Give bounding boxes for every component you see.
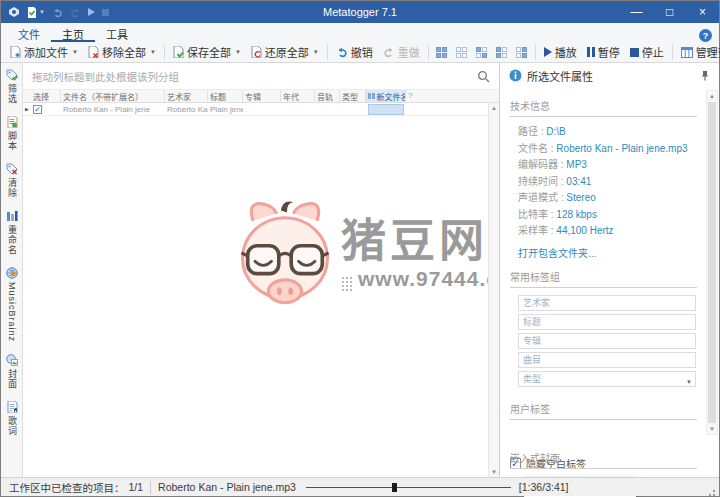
help-icon[interactable]: ? [699,29,712,42]
qat-save-button[interactable]: ▼ [27,7,45,18]
slider-thumb[interactable] [392,483,397,492]
column-header-newname[interactable]: 新文件名 [366,90,406,102]
column-header-unknown[interactable]: ? [406,90,420,102]
sidebar-item-musicbrainz[interactable]: MusicBrainz [6,267,18,342]
qat-play-icon[interactable] [88,8,95,16]
lyrics-doc-icon [6,401,18,413]
tech-info-filename: 文件名 : Roberto Kan - Plain jene.mp3 [510,141,697,158]
resize-grip[interactable] [713,490,715,492]
cell-title[interactable]: Plain jene [208,103,243,115]
genre-field[interactable] [518,371,696,387]
watermark-dots [341,276,352,291]
cell-artist[interactable]: Roberto Kan [165,103,208,115]
qat-redo-icon[interactable] [70,7,81,18]
columns-table-icon [681,47,693,58]
layout-preset-1-button[interactable] [436,47,447,58]
info-icon [509,69,522,82]
remove-file-icon [88,46,99,58]
minimize-button[interactable]: — [620,1,653,23]
panel-vertical-scrollbar[interactable]: ▲ ▼ [706,90,718,435]
cell-newname-selected[interactable] [368,104,404,115]
group-by-panel[interactable]: 拖动列标题到此处根据该列分组 [23,63,499,90]
pause-icon [587,47,595,57]
maximize-button[interactable]: □ [653,1,686,23]
tech-info-path: 路径 : D:\B [510,124,697,141]
chevron-down-icon: ▼ [313,49,319,55]
play-button[interactable]: 播放 [539,43,582,61]
column-header-title[interactable]: 标题 [208,90,243,102]
layout-preset-3-button[interactable] [476,47,487,58]
statusbar-separator [150,481,151,494]
chevron-down-icon: ▼ [72,49,78,55]
column-header-album[interactable]: 专辑 [243,90,281,102]
column-header-genre[interactable]: 类型 [340,90,366,102]
undo-button[interactable]: 撤销 [331,43,378,61]
cell-track[interactable] [315,103,340,115]
genre-combo[interactable]: ▼ [518,371,696,387]
add-files-button[interactable]: 添加文件 ▼ [5,43,83,61]
tab-home[interactable]: 主页 [51,23,95,42]
redo-button[interactable]: 重做 [378,43,425,61]
app-logo-icon [8,6,20,18]
sidebar-item-covers[interactable]: 封面 [6,354,18,389]
open-containing-folder-link[interactable]: 打开包含文件夹... [510,245,596,260]
scroll-up-icon[interactable]: ▲ [491,105,497,111]
scroll-down-icon[interactable]: ▼ [709,426,715,432]
cell-year[interactable] [281,103,315,115]
qat-stop-icon[interactable] [102,9,109,16]
cover-art-icon [6,354,18,366]
filter-tag-icon [6,69,18,81]
column-header-track[interactable]: 音轨 [315,90,340,102]
column-header-year[interactable]: 年代 [281,90,315,102]
save-all-button[interactable]: 保存全部 ▼ [168,43,246,61]
discard-tag-icon [6,163,18,175]
tech-info-samplerate: 采样率 : 44,100 Hertz [510,223,697,240]
restore-all-button[interactable]: 还原全部 ▼ [246,43,324,61]
grid-vertical-scrollbar[interactable]: ▲ ▼ [488,103,499,477]
remove-all-button[interactable]: 移除全部 ▼ [83,43,161,61]
column-header-select[interactable]: 选择 [31,90,61,102]
stop-button[interactable]: 停止 [625,43,669,61]
title-field[interactable] [518,314,696,330]
chevron-down-icon: ▼ [39,9,45,15]
playback-position-slider[interactable] [306,483,511,492]
status-bar: 工作区中已检查的项目： 1/1 Roberto Kan - Plain jene… [1,477,719,496]
column-header-artist[interactable]: 艺术家 [165,90,208,102]
sidebar-item-lyrics[interactable]: 歌词 [6,401,18,436]
scroll-up-icon[interactable]: ▲ [709,93,715,99]
stop-icon [630,48,639,57]
sidebar-item-filter[interactable]: 筛选 [6,69,18,104]
sidebar-item-script[interactable]: 脚本 [6,116,18,151]
title-bar: ▼ Metatogger 7.1 — □ × [1,1,719,23]
cell-album[interactable] [243,103,281,115]
close-button[interactable]: × [686,1,719,23]
table-row[interactable]: ▶ ✓ Roberto Kan - Plain jene Roberto Kan… [23,103,499,116]
artist-field[interactable] [518,295,696,311]
pause-button[interactable]: 暂停 [582,43,625,61]
cell-filename[interactable]: Roberto Kan - Plain jene [61,103,165,115]
album-field[interactable] [518,333,696,349]
pin-icon[interactable] [700,70,710,81]
sidebar-item-discard[interactable]: 清除 [6,163,18,198]
pig-mascot-logo [239,196,331,312]
layout-preset-4-button[interactable] [496,47,507,58]
section-user-tags: 用户标签 [510,401,697,420]
cell-genre[interactable] [340,103,366,115]
collapse-ribbon-icon[interactable]: ∨ [705,46,712,56]
sidebar-item-rename[interactable]: 重命名 [6,210,18,255]
qat-undo-icon[interactable] [52,7,63,18]
toolbar-separator [535,45,536,60]
row-checkbox[interactable]: ✓ [33,105,42,114]
manage-columns-button[interactable]: 管理列 [676,43,720,61]
search-icon[interactable] [477,70,490,83]
scrollbar-thumb[interactable] [708,102,716,423]
play-icon [544,47,552,57]
track-field[interactable] [518,352,696,368]
column-header-filename[interactable]: 文件名（不带扩展名） [61,90,165,102]
tech-info-channels: 声道模式 : Stereo [510,190,697,207]
layout-preset-5-button[interactable] [516,47,527,58]
layout-preset-2-button[interactable] [456,47,467,58]
tab-file[interactable]: 文件 [7,23,51,42]
scroll-down-icon[interactable]: ▼ [491,469,497,475]
tab-tools[interactable]: 工具 [95,23,139,42]
